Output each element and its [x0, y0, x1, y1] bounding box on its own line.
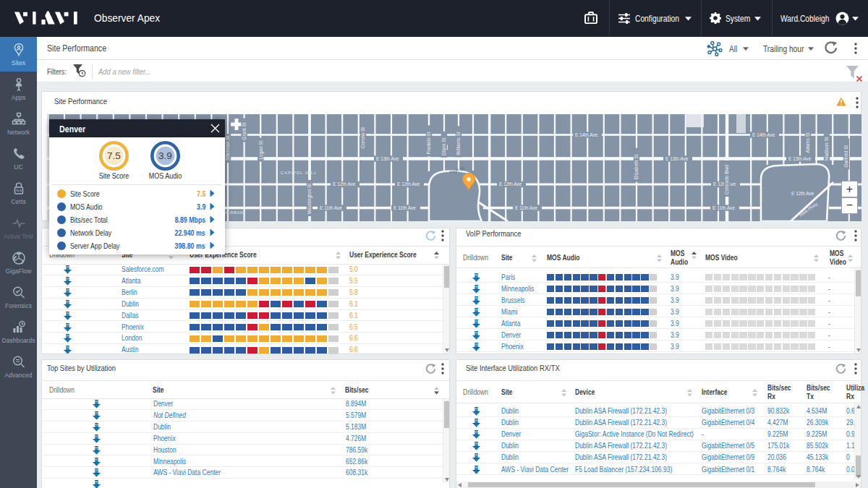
- svg-text:E 12th Ave: E 12th Ave: [397, 181, 420, 187]
- svg-text:Garfield St: Garfield St: [843, 145, 848, 168]
- svg-text:E 13th Ave: E 13th Ave: [376, 156, 399, 161]
- svg-text:E 12th Ave: E 12th Ave: [499, 181, 522, 187]
- svg-text:7.5: 7.5: [107, 150, 121, 161]
- svg-text:Logan St: Logan St: [258, 140, 264, 159]
- svg-text:Gilpin St: Gilpin St: [441, 137, 447, 155]
- svg-text:3.9: 3.9: [158, 150, 172, 161]
- svg-text:Adams St: Adams St: [805, 132, 810, 153]
- svg-text:Elizabeth St: Elizabeth St: [634, 154, 639, 179]
- svg-text:E 12th Ave: E 12th Ave: [791, 191, 814, 196]
- svg-text:Franklin St: Franklin St: [426, 132, 431, 154]
- svg-text:E 11th Ave: E 11th Ave: [393, 205, 416, 210]
- svg-text:CAPITOL HILL: CAPITOL HILL: [281, 171, 318, 175]
- svg-text:Site Score: Site Score: [99, 171, 129, 180]
- svg-text:E 13th Ave: E 13th Ave: [665, 156, 689, 161]
- svg-text:Washington St: Washington St: [307, 184, 312, 214]
- svg-text:Sherman St: Sherman St: [225, 135, 230, 160]
- svg-text:TLS: TLS: [16, 189, 22, 192]
- svg-text:Madison St: Madison St: [824, 137, 829, 160]
- svg-text:Grant St: Grant St: [242, 122, 247, 140]
- svg-text:E 14th Ave: E 14th Ave: [752, 132, 775, 137]
- svg-text:Williams St: Williams St: [456, 132, 461, 155]
- svg-text:E 13th Ave: E 13th Ave: [788, 156, 812, 161]
- svg-text:Corona St: Corona St: [360, 127, 365, 148]
- svg-text:MOS Audio: MOS Audio: [149, 171, 182, 180]
- svg-text:E 11th Ave: E 11th Ave: [320, 205, 342, 210]
- svg-text:E 11th Ave: E 11th Ave: [515, 205, 537, 210]
- svg-text:E 12th Ave: E 12th Ave: [333, 181, 356, 187]
- svg-text:E 11th Ave: E 11th Ave: [712, 205, 735, 210]
- svg-text:Colorado Blvd: Colorado Blvd: [724, 165, 729, 194]
- svg-text:E 14th Ave: E 14th Ave: [575, 132, 598, 137]
